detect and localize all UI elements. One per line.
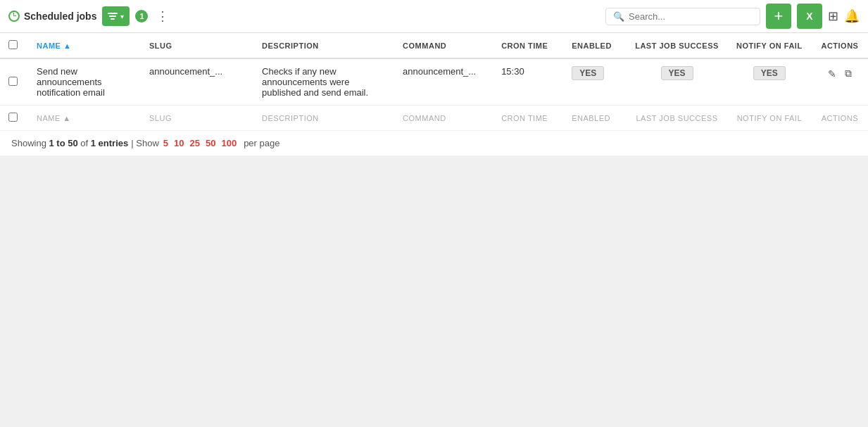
show-5-link[interactable]: 5 [162,138,170,148]
copy-button[interactable]: ⧉ [842,66,855,81]
header-actions: ACTIONS [812,33,868,58]
clock-icon [8,11,20,22]
edit-button[interactable]: ✎ [825,66,839,81]
grid-view-icon[interactable]: ⊞ [828,8,838,24]
toolbar: Scheduled jobs ▾ 1 ⋮ 🔍 + X ⊞ 🔔 [0,0,868,33]
header-last-job-success: LAST JOB SUCCESS [627,33,727,58]
pagination-range: 1 to 50 [49,138,78,148]
row-description: Checks if any new announcements were pub… [253,58,394,106]
header-command: COMMAND [394,33,493,58]
last-job-badge: YES [661,66,693,80]
header-checkbox-cell [0,33,28,58]
page-title: Scheduled jobs [8,11,96,22]
row-cron-time: 15:30 [493,58,563,106]
header-cron-time: CRON TIME [493,33,563,58]
chevron-down-icon: ▾ [120,13,124,20]
export-excel-button[interactable]: X [797,4,822,29]
row-slug: announcement_... [141,58,253,106]
footer-header-command: COMMAND [394,106,493,131]
row-checkbox[interactable] [8,77,18,86]
row-checkbox-cell [0,58,28,106]
table-header: NAME ▲ SLUG DESCRIPTION COMMAND CRON TIM… [0,33,868,58]
header-notify-on-fail: NOTIFY ON FAIL [727,33,812,58]
footer-header-notify-on-fail: NOTIFY ON FAIL [727,106,812,131]
row-last-job-success: YES [627,58,727,106]
row-enabled: YES [563,58,627,106]
pagination-showing: Showing 1 to 50 of 1 entries [11,138,128,148]
table-row: Send new announcements notification emai… [0,58,868,106]
add-button[interactable]: + [766,4,791,29]
footer-header-enabled: ENABLED [563,106,627,131]
footer-header-actions: ACTIONS [812,106,868,131]
enabled-badge: YES [572,66,604,80]
row-command: announcement_... [394,58,493,106]
page-title-text: Scheduled jobs [24,11,96,22]
table-footer-header: NAME ▲ SLUG DESCRIPTION COMMAND CRON TIM… [0,106,868,131]
show-100-link[interactable]: 100 [220,138,238,148]
header-description: DESCRIPTION [253,33,394,58]
select-all-checkbox[interactable] [8,40,18,49]
filter-badge: 1 [135,10,148,23]
notify-badge: YES [753,66,786,80]
header-name[interactable]: NAME ▲ [28,33,141,58]
filter-button[interactable]: ▾ [102,6,130,26]
actions-cell: ✎ ⧉ [820,66,860,81]
footer-header-description: DESCRIPTION [253,106,394,131]
search-wrapper: 🔍 [605,8,760,25]
jobs-table-wrapper: NAME ▲ SLUG DESCRIPTION COMMAND CRON TIM… [0,33,868,130]
row-name: Send new announcements notification emai… [28,58,141,106]
pagination-bar: Showing 1 to 50 of 1 entries | Show 5 10… [0,130,868,155]
show-10-link[interactable]: 10 [172,138,185,148]
pagination-total: 1 entries [91,138,128,148]
per-page-label: per page [244,138,279,148]
row-notify-on-fail: YES [727,58,812,106]
footer-header-name: NAME ▲ [28,106,141,131]
search-icon: 🔍 [613,11,624,22]
pagination-show-label: | Show [131,138,159,148]
row-actions: ✎ ⧉ [812,58,868,106]
footer-header-last-job-success: LAST JOB SUCCESS [627,106,727,131]
show-25-link[interactable]: 25 [188,138,201,148]
search-input[interactable] [629,11,753,22]
show-50-link[interactable]: 50 [204,138,217,148]
footer-header-slug: SLUG [141,106,253,131]
footer-header-cron-time: CRON TIME [493,106,563,131]
footer-select-all-checkbox[interactable] [8,113,18,122]
header-enabled: ENABLED [563,33,627,58]
more-options-button[interactable]: ⋮ [153,6,173,27]
jobs-table: NAME ▲ SLUG DESCRIPTION COMMAND CRON TIM… [0,33,868,130]
filter-icon [108,12,118,20]
header-slug: SLUG [141,33,253,58]
table-body: Send new announcements notification emai… [0,58,868,106]
notifications-icon[interactable]: 🔔 [844,8,860,24]
